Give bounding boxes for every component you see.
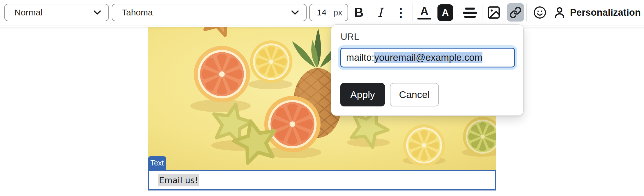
highlight-color-icon: A bbox=[437, 4, 453, 21]
formatting-toolbar: Normal Tahoma 14 px B I ⋮ A bbox=[0, 0, 644, 26]
font-size-unit: px bbox=[333, 8, 342, 17]
paragraph-style-value: Normal bbox=[15, 8, 43, 17]
bold-button[interactable]: B bbox=[352, 3, 366, 22]
toolbar-divider bbox=[413, 3, 413, 22]
block-type-badge: Text bbox=[148, 156, 166, 170]
italic-icon: I bbox=[378, 5, 383, 20]
personalization-label: Personalization bbox=[570, 7, 641, 18]
text-block[interactable]: Email us! bbox=[148, 170, 496, 190]
text-block-content[interactable]: Email us! bbox=[158, 174, 199, 186]
cancel-button[interactable]: Cancel bbox=[390, 83, 439, 106]
popover-actions: Apply Cancel bbox=[340, 83, 439, 106]
url-prefix-text: mailto: bbox=[346, 52, 374, 63]
link-icon bbox=[509, 6, 522, 19]
toolbar-divider bbox=[458, 3, 458, 22]
font-family-select[interactable]: Tahoma bbox=[112, 4, 307, 21]
toolbar-divider bbox=[526, 3, 527, 22]
font-family-value: Tahoma bbox=[122, 8, 153, 17]
emoji-button[interactable] bbox=[532, 3, 547, 22]
bold-icon: B bbox=[354, 5, 363, 20]
person-icon bbox=[553, 6, 566, 19]
apply-button[interactable]: Apply bbox=[340, 83, 385, 106]
insert-image-button[interactable] bbox=[486, 3, 501, 22]
highlight-color-button[interactable]: A bbox=[437, 3, 453, 22]
paragraph-style-select[interactable]: Normal bbox=[4, 4, 109, 21]
url-label: URL bbox=[341, 31, 359, 42]
image-icon bbox=[486, 5, 501, 20]
italic-button[interactable]: I bbox=[373, 3, 387, 22]
kebab-menu-icon: ⋮ bbox=[395, 7, 407, 18]
url-selected-text: youremail@example.com bbox=[374, 52, 482, 63]
font-size-input[interactable]: 14 px bbox=[309, 4, 348, 21]
toolbar-divider bbox=[482, 3, 482, 22]
personalization-button[interactable]: Personalization bbox=[553, 3, 641, 22]
email-editor: Normal Tahoma 14 px B I ⋮ A bbox=[0, 0, 644, 196]
more-options-button[interactable]: ⋮ bbox=[393, 3, 408, 22]
text-color-button[interactable]: A bbox=[417, 3, 432, 22]
link-popover: URL mailto:youremail@example.com Apply C… bbox=[331, 24, 524, 116]
insert-link-button[interactable] bbox=[507, 3, 524, 22]
text-color-icon: A bbox=[417, 6, 431, 20]
smiley-icon bbox=[533, 6, 547, 19]
block-type-label: Text bbox=[151, 159, 164, 168]
url-input[interactable]: mailto:youremail@example.com bbox=[340, 48, 515, 67]
chevron-down-icon bbox=[290, 7, 301, 18]
alignment-button[interactable] bbox=[462, 3, 477, 22]
toolbar-shadow bbox=[0, 27, 644, 29]
chevron-down-icon bbox=[92, 7, 103, 18]
font-size-value: 14 bbox=[317, 8, 326, 17]
align-center-icon bbox=[463, 8, 477, 18]
